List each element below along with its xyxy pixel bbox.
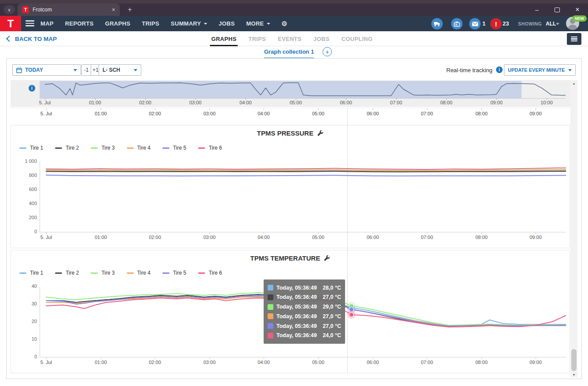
- legend-item-tire-1[interactable]: Tire 1: [19, 270, 43, 276]
- wrench-settings-icon[interactable]: [323, 255, 330, 261]
- series-line: [46, 170, 566, 171]
- x-axis-label: 07:00: [414, 235, 440, 240]
- tooltip-time: Today, 05:36:49: [276, 285, 317, 291]
- axis-tick: [155, 108, 155, 110]
- y-axis-label: 1 000: [15, 158, 37, 164]
- legend-item-tire-2[interactable]: Tire 2: [55, 145, 79, 151]
- x-axis-label: 04:00: [250, 111, 277, 116]
- tooltip-swatch: [268, 294, 273, 300]
- axis-tick: [209, 232, 210, 234]
- pressure-plot[interactable]: [40, 162, 566, 232]
- x-axis-label: 09:00: [522, 111, 549, 116]
- axis-tick: [318, 232, 319, 234]
- x-axis-label: 01:00: [88, 111, 114, 116]
- tooltip-value: 27,0 °C: [323, 294, 341, 300]
- x-axis-label: 5. Jul: [33, 111, 59, 116]
- legend-item-tire-3[interactable]: Tire 3: [91, 270, 114, 276]
- tooltip-row: Today, 05:36:4927,0 °C: [268, 293, 341, 302]
- x-axis-label: 5. Jul: [33, 235, 59, 240]
- x-axis-label: 08:00: [433, 100, 459, 105]
- x-axis-label: 02:00: [142, 111, 168, 116]
- overview-chart[interactable]: [40, 81, 566, 98]
- x-axis-label: 05:00: [305, 111, 331, 116]
- axis-tick: [536, 232, 536, 234]
- legend-swatch: [91, 272, 98, 274]
- legend-swatch: [91, 147, 98, 149]
- y-axis-label: 0: [15, 354, 37, 359]
- legend-item-tire-5[interactable]: Tire 5: [162, 270, 186, 276]
- axis-tick: [101, 357, 101, 359]
- axis-tick: [373, 232, 373, 234]
- chart-tooltip: Today, 05:36:4928,0 °CToday, 05:36:4927,…: [264, 279, 345, 344]
- tooltip-row: Today, 05:36:4929,0 °C: [268, 302, 341, 312]
- wrench-settings-icon[interactable]: [317, 130, 323, 136]
- x-axis-label: 08:00: [468, 235, 495, 240]
- legend-swatch: [198, 272, 205, 274]
- x-axis-label: 04:00: [232, 100, 259, 105]
- legend-item-tire-6[interactable]: Tire 6: [198, 145, 222, 151]
- legend-item-tire-4[interactable]: Tire 4: [127, 270, 151, 276]
- x-axis-label: 09:00: [522, 360, 549, 365]
- x-axis-label: 5. Jul: [33, 360, 59, 365]
- legend-label: Tire 6: [209, 145, 222, 151]
- pressure-chart-title-row: TPMS PRESSURE: [11, 129, 570, 137]
- chart-title: TPMS PRESSURE: [257, 129, 313, 137]
- legend-item-tire-6[interactable]: Tire 6: [198, 270, 222, 276]
- x-axis-label: 03:00: [196, 360, 223, 365]
- x-axis-label: 09:00: [483, 100, 510, 105]
- x-axis-label: 05:00: [283, 100, 309, 105]
- legend-label: Tire 1: [30, 145, 43, 151]
- tooltip-value: 28,0 °C: [323, 285, 341, 291]
- marker-tire-6: [349, 312, 353, 317]
- temperature-legend: Tire 1Tire 2Tire 3Tire 4Tire 5Tire 6: [19, 270, 222, 276]
- tooltip-swatch: [268, 323, 273, 329]
- x-axis-label: 01:00: [82, 100, 108, 105]
- legend-swatch: [162, 147, 169, 149]
- chart-title: TPMS TEMPERATURE: [250, 254, 320, 262]
- tooltip-value: 27,0 °C: [323, 323, 341, 329]
- legend-swatch: [127, 272, 134, 274]
- axis-tick: [264, 232, 264, 234]
- axis-tick: [427, 108, 427, 110]
- axis-tick: [209, 357, 210, 359]
- axis-tick: [481, 232, 482, 234]
- x-axis-label: 06:00: [360, 111, 386, 116]
- tooltip-row: Today, 05:36:4924,0 °C: [268, 331, 341, 340]
- y-axis-label: 400: [15, 201, 37, 206]
- legend-swatch: [127, 147, 134, 149]
- legend-item-tire-1[interactable]: Tire 1: [19, 145, 43, 151]
- axis-tick: [46, 108, 47, 110]
- legend-label: Tire 4: [137, 145, 151, 151]
- axis-tick: [209, 108, 210, 110]
- axis-tick: [373, 357, 373, 359]
- legend-label: Tire 4: [137, 270, 151, 276]
- x-axis-label: 02:00: [142, 360, 168, 365]
- legend-item-tire-2[interactable]: Tire 2: [55, 270, 79, 276]
- tooltip-time: Today, 05:36:49: [276, 313, 317, 320]
- tooltip-swatch: [268, 285, 273, 290]
- tooltip-time: Today, 05:36:49: [276, 304, 317, 310]
- axis-tick: [318, 108, 319, 110]
- legend-item-tire-3[interactable]: Tire 3: [91, 145, 114, 151]
- x-axis-label: 09:00: [522, 235, 549, 240]
- legend-label: Tire 3: [101, 145, 114, 151]
- legend-swatch: [19, 272, 26, 274]
- axis-tick: [536, 357, 536, 359]
- axis-tick: [46, 232, 47, 234]
- x-axis-label: 03:00: [182, 100, 209, 105]
- tooltip-value: 29,0 °C: [323, 304, 341, 310]
- x-axis-label: 01:00: [88, 360, 114, 365]
- x-axis-label: 07:00: [414, 360, 440, 365]
- x-axis-label: 02:00: [142, 235, 168, 240]
- x-axis-label: 05:00: [305, 360, 331, 365]
- y-axis-label: 40: [15, 283, 37, 289]
- x-axis-label: 08:00: [468, 360, 495, 365]
- y-axis-label: 10: [15, 336, 37, 342]
- y-axis-label: 0: [15, 229, 37, 234]
- legend-swatch: [19, 147, 26, 149]
- tooltip-row: Today, 05:36:4928,0 °C: [268, 283, 341, 292]
- axis-tick: [264, 357, 264, 359]
- legend-item-tire-5[interactable]: Tire 5: [162, 145, 186, 151]
- axis-tick: [427, 232, 427, 234]
- legend-item-tire-4[interactable]: Tire 4: [127, 145, 151, 151]
